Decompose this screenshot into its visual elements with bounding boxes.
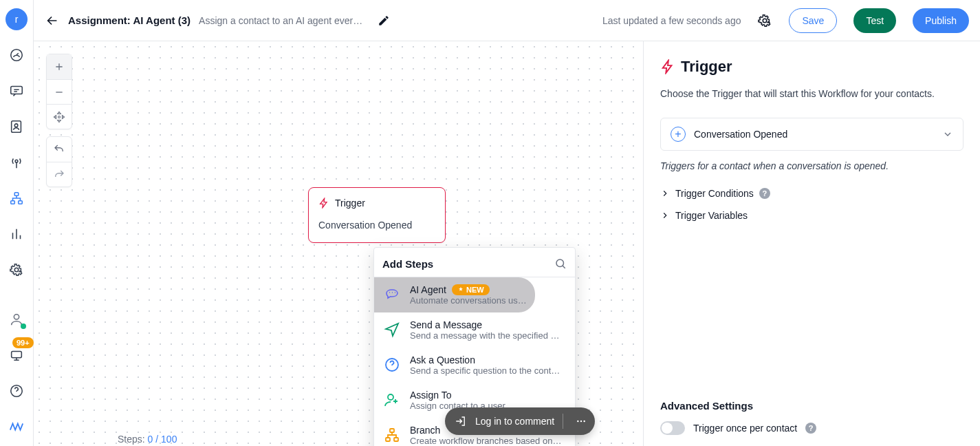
analytics-icon[interactable] (6, 223, 28, 245)
panel-description: Choose the Trigger that will start this … (660, 87, 963, 101)
workflow-title: Assignment: AI Agent (3) (68, 14, 190, 26)
panel-title: Trigger (681, 58, 732, 76)
workflow-subtitle: Assign a contact to an AI agent every ti… (199, 15, 364, 26)
svg-point-14 (556, 259, 564, 267)
svg-point-4 (15, 160, 18, 162)
ai-agent-icon (382, 285, 402, 304)
step-desc: Send a specific question to the cont… (410, 365, 567, 376)
trigger-select-label: Conversation Opened (694, 129, 934, 140)
step-desc: Send a message with the specified … (410, 330, 567, 341)
undo-button[interactable] (47, 137, 72, 162)
branch-icon (382, 425, 402, 445)
step-item-ask-question[interactable]: Ask a Question Send a specific question … (374, 348, 575, 383)
comment-pill: Log in to comment (445, 407, 595, 435)
avatar-letter: r (15, 14, 19, 25)
trigger-once-toggle[interactable] (660, 421, 685, 435)
trigger-variables-toggle[interactable]: Trigger Variables (660, 204, 963, 226)
trigger-node-value: Conversation Opened (318, 220, 435, 231)
steps-count: Steps: 0 / 100 (118, 434, 177, 445)
workflow-settings-button[interactable] (757, 13, 772, 28)
lightning-icon (318, 198, 329, 209)
svg-rect-1 (11, 87, 23, 94)
svg-rect-17 (390, 429, 394, 432)
add-steps-title: Add Steps (382, 258, 433, 270)
dashboard-icon[interactable] (6, 44, 28, 66)
user-status-icon[interactable] (6, 308, 28, 330)
chevron-down-icon (942, 129, 953, 140)
svg-rect-18 (386, 438, 390, 441)
comment-pill-label[interactable]: Log in to comment (475, 416, 554, 427)
save-button[interactable]: Save (789, 8, 837, 33)
svg-point-22 (580, 421, 582, 422)
svg-point-13 (58, 116, 61, 118)
back-button[interactable] (45, 13, 60, 28)
zoom-out-button[interactable] (47, 79, 72, 104)
help-tooltip-icon[interactable]: ? (759, 188, 770, 199)
step-item-ai-agent[interactable]: AI Agent NEW Automate conversations usin… (374, 277, 535, 312)
header: Assignment: AI Agent (3) Assign a contac… (34, 0, 980, 41)
edit-title-button[interactable] (378, 14, 390, 27)
svg-rect-6 (11, 201, 15, 204)
advanced-settings-title: Advanced Settings (660, 400, 963, 412)
new-badge: NEW (452, 284, 490, 295)
chevron-right-icon (660, 189, 670, 198)
step-title: Send a Message (410, 319, 567, 330)
left-rail: r 99+ (0, 0, 34, 446)
trigger-once-label: Trigger once per contact (693, 423, 797, 434)
svg-rect-10 (12, 352, 22, 358)
step-title: Assign To (410, 390, 567, 401)
comment-pill-more-button[interactable] (571, 412, 591, 431)
trigger-select[interactable]: + Conversation Opened (660, 118, 963, 151)
right-panel: Trigger Choose the Trigger that will sta… (643, 41, 980, 446)
canvas[interactable]: Trigger Conversation Opened Add Steps (34, 41, 643, 446)
svg-rect-5 (14, 193, 19, 196)
messages-icon[interactable] (6, 80, 28, 102)
notification-badge: 99+ (12, 337, 34, 348)
contacts-icon[interactable] (6, 116, 28, 138)
add-steps-search-icon[interactable] (554, 257, 567, 270)
notifications-icon[interactable]: 99+ (6, 344, 28, 366)
recenter-button[interactable] (47, 104, 72, 129)
publish-button[interactable]: Publish (913, 8, 969, 33)
lightning-icon (660, 59, 675, 74)
step-item-send-message[interactable]: Send a Message Send a message with the s… (374, 312, 575, 348)
svg-point-8 (14, 268, 19, 272)
svg-rect-19 (394, 438, 398, 441)
broadcast-icon[interactable] (6, 151, 28, 173)
plus-circle-icon: + (671, 127, 686, 142)
brand-icon[interactable] (6, 416, 28, 438)
workflows-icon[interactable] (6, 187, 28, 209)
help-icon[interactable] (6, 380, 28, 402)
svg-rect-7 (19, 201, 23, 204)
send-message-icon (382, 320, 402, 339)
step-title: Ask a Question (410, 354, 567, 365)
trigger-node[interactable]: Trigger Conversation Opened (308, 187, 446, 243)
trigger-help-text: Triggers for a contact when a conversati… (660, 160, 963, 171)
assign-to-icon (382, 390, 402, 410)
chevron-right-icon (660, 211, 670, 220)
step-desc: Automate conversations using AI A… (410, 295, 527, 306)
settings-icon[interactable] (6, 259, 28, 281)
last-updated: Last updated a few seconds ago (602, 15, 741, 26)
svg-point-9 (14, 315, 19, 319)
svg-point-12 (763, 19, 767, 23)
step-desc: Create workflow branches based on… (410, 436, 567, 446)
ask-question-icon (382, 355, 402, 374)
zoom-in-button[interactable] (47, 54, 72, 79)
step-title: AI Agent (410, 284, 446, 295)
trigger-node-title: Trigger (335, 198, 365, 209)
svg-point-21 (577, 421, 578, 422)
login-icon (455, 415, 467, 427)
trigger-conditions-toggle[interactable]: Trigger Conditions ? (660, 182, 963, 204)
svg-point-23 (584, 421, 585, 422)
workspace-avatar[interactable]: r (6, 8, 28, 30)
svg-point-16 (388, 394, 393, 400)
redo-button[interactable] (47, 162, 72, 187)
svg-point-3 (14, 124, 18, 127)
test-button[interactable]: Test (853, 8, 896, 33)
help-tooltip-icon[interactable]: ? (805, 423, 816, 434)
